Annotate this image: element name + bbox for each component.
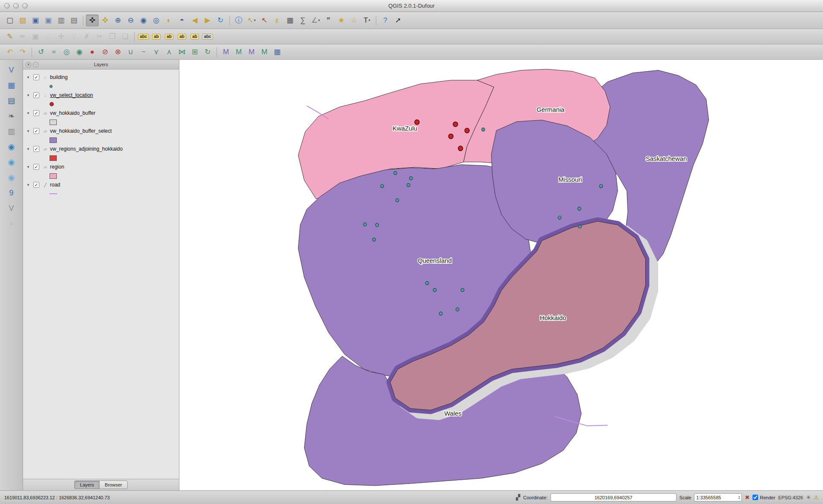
toggle-editing[interactable]: ✏ [16, 31, 29, 43]
layer-visibility-checkbox[interactable]: ✓ [33, 182, 39, 188]
add-wms-layer[interactable]: ◉ [4, 140, 19, 154]
simplify-feature[interactable]: ≈ [47, 46, 60, 58]
layer-row-region[interactable]: ▼✓▱region [23, 162, 179, 172]
paste-features[interactable]: ❑ [119, 31, 132, 43]
add-postgis-layer[interactable]: ▤ [4, 94, 19, 108]
tab-browser[interactable]: Browser [99, 481, 127, 489]
layer-row-vw_hokkaido_buffer[interactable]: ▼✓▱vw_hokkaido_buffer [23, 108, 179, 118]
move-feature[interactable]: ✢ [55, 31, 67, 43]
tab-layers[interactable]: Layers [74, 481, 99, 489]
redo[interactable]: ↷ [16, 46, 29, 58]
composer-manager[interactable]: ▤ [67, 15, 80, 26]
merge-features[interactable]: ⋈ [176, 46, 188, 58]
merge-attributes[interactable]: ⊞ [188, 46, 201, 58]
whats-this[interactable]: ➚ [392, 15, 404, 26]
open-project[interactable]: ▧ [16, 15, 29, 26]
plugin-grid[interactable]: ▦ [271, 46, 284, 58]
layer-name[interactable]: vw_select_location [50, 92, 93, 98]
messages-icon[interactable]: ⚠ [814, 494, 819, 501]
scale-spinner-icon[interactable]: ▴▾ [738, 495, 740, 500]
stop-rendering-icon[interactable]: ✖ [745, 494, 750, 501]
text-annotation[interactable]: T▾ [360, 15, 373, 26]
layer-name[interactable]: road [50, 182, 60, 188]
pan-to-selection[interactable]: ✜ [99, 15, 111, 26]
zoom-to-selection[interactable]: ◐ [163, 15, 176, 26]
layer-row-road[interactable]: ▼✓╱road [23, 180, 179, 190]
cut-features[interactable]: ✂ [93, 31, 106, 43]
extents-toggle-icon[interactable]: ▞ [516, 494, 520, 501]
zoom-out[interactable]: ⊖ [124, 15, 137, 26]
zoom-in[interactable]: ⊕ [111, 15, 124, 26]
show-bookmarks[interactable]: ☆ [348, 15, 360, 26]
layer-labeling-options[interactable]: abc [137, 31, 150, 43]
text-annotation-dropdown[interactable]: ▾ [369, 18, 370, 22]
save-project[interactable]: ▣ [29, 15, 42, 26]
layer-name[interactable]: vw_hokkaido_buffer [50, 110, 96, 116]
pan-map[interactable]: ✜ [86, 15, 99, 26]
fill-ring[interactable]: ● [86, 46, 99, 58]
layer-row-building[interactable]: ▼✓∴building [23, 72, 179, 82]
open-attribute-table[interactable]: ▦ [284, 15, 296, 26]
layer-visibility-checkbox[interactable]: ✓ [33, 146, 39, 152]
add-vector-layer[interactable]: V [4, 63, 19, 77]
current-edits[interactable]: ✎ [3, 31, 16, 43]
close-window-button[interactable] [4, 3, 10, 9]
map-canvas[interactable]: KwaZulu Germania Saskatchewan Missouri Q… [179, 60, 823, 490]
layer-expand-arrow[interactable]: ▼ [26, 93, 33, 97]
plugin-m-green-2[interactable]: M [258, 46, 271, 58]
new-shapefile-layer[interactable]: V [4, 201, 19, 215]
rotate-feature[interactable]: ↺ [35, 46, 47, 58]
layer-expand-arrow[interactable]: ▼ [26, 147, 33, 151]
layer-expand-arrow[interactable]: ▼ [26, 183, 33, 187]
layer-expand-arrow[interactable]: ▼ [26, 165, 33, 169]
delete-selected[interactable]: ✗ [80, 31, 93, 43]
select-features-dropdown[interactable]: ▾ [254, 18, 256, 22]
label-rotate[interactable]: ab [188, 31, 201, 43]
layer-name[interactable]: building [50, 74, 67, 80]
plugin-m-purple[interactable]: M [220, 46, 232, 58]
add-oracle-layer[interactable]: ▫ [4, 217, 19, 230]
layer-expand-arrow[interactable]: ▼ [26, 129, 33, 133]
new-project[interactable]: ▢ [3, 15, 16, 26]
reshape-features[interactable]: ~ [137, 46, 150, 58]
new-print-composer[interactable]: ▥ [55, 15, 67, 26]
panel-close-button[interactable]: ✕ [26, 62, 31, 67]
label-move[interactable]: ab [176, 31, 188, 43]
zoom-to-layer[interactable]: ◓ [176, 15, 188, 26]
layer-expand-arrow[interactable]: ▼ [26, 76, 33, 79]
rotate-point-symbols[interactable]: ↻ [201, 46, 214, 58]
add-delimited-text-layer[interactable]: 9 [4, 186, 19, 200]
split-parts[interactable]: ⋏ [163, 46, 176, 58]
offset-curve[interactable]: ∪ [124, 46, 137, 58]
layer-row-vw_select_location[interactable]: ▼✓∴vw_select_location [23, 90, 179, 100]
label-pin[interactable]: ab [150, 31, 163, 43]
save-project-as[interactable]: ▣ [42, 15, 55, 26]
measure[interactable]: ∠▾ [309, 15, 322, 26]
add-ring[interactable]: ◎ [60, 46, 73, 58]
layer-name[interactable]: region [50, 164, 64, 170]
crs-status-icon[interactable]: ✳ [806, 494, 811, 501]
new-bookmark[interactable]: ★ [335, 15, 348, 26]
add-spatialite-layer[interactable]: ❧ [4, 109, 19, 123]
zoom-window-button[interactable] [22, 3, 28, 9]
measure-dropdown[interactable]: ▾ [318, 18, 320, 22]
identify-features[interactable]: ⓘ [232, 15, 245, 26]
zoom-last[interactable]: ◀ [188, 15, 201, 26]
add-mssql-layer[interactable]: ▥ [4, 125, 19, 138]
select-features[interactable]: ↖▾ [245, 15, 258, 26]
zoom-full-extent[interactable]: ◎ [150, 15, 163, 26]
render-toggle[interactable]: Render [753, 495, 775, 500]
label-properties[interactable]: abc [201, 31, 214, 43]
node-tool[interactable]: ∵ [67, 31, 80, 43]
add-raster-layer[interactable]: ▦ [4, 79, 19, 92]
coordinate-input[interactable] [551, 493, 677, 501]
layer-visibility-checkbox[interactable]: ✓ [33, 74, 39, 80]
scale-combo[interactable]: 1:33565585 ▴▾ [694, 493, 742, 501]
undo[interactable]: ↶ [3, 46, 16, 58]
save-layer-edits[interactable]: ▣ [29, 31, 42, 43]
layer-expand-arrow[interactable]: ▼ [26, 111, 33, 115]
layer-visibility-checkbox[interactable]: ✓ [33, 128, 39, 134]
add-part[interactable]: ◉ [73, 46, 86, 58]
delete-part[interactable]: ⊗ [111, 46, 124, 58]
map-tips[interactable]: ❞ [322, 15, 335, 26]
